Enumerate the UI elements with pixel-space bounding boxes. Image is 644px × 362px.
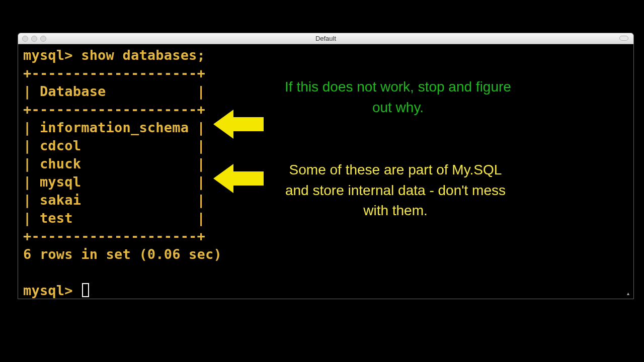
toolbar-pill-icon[interactable] xyxy=(619,36,628,41)
table-header: | Database | xyxy=(23,83,205,99)
table-row: | sakai | xyxy=(23,192,205,208)
terminal-body[interactable]: mysql> show databases; +----------------… xyxy=(18,44,633,299)
annotation-note: Some of these are part of My.SQL and sto… xyxy=(280,160,511,221)
table-row: | test | xyxy=(23,210,205,226)
prompt: mysql> xyxy=(23,283,81,298)
table-row: | mysql | xyxy=(23,174,205,190)
titlebar: Default xyxy=(18,33,633,44)
table-border: +--------------------+ xyxy=(23,228,205,244)
cursor-icon xyxy=(82,283,89,297)
command-text: show databases; xyxy=(81,47,205,63)
window-title: Default xyxy=(18,35,633,42)
table-border: +--------------------+ xyxy=(23,102,205,117)
table-border: +--------------------+ xyxy=(23,65,205,81)
scroll-indicator-icon: ▴ xyxy=(627,291,632,296)
annotation-warning: If this does not work, stop and figure o… xyxy=(282,77,514,118)
table-row: | cdcol | xyxy=(23,138,205,153)
table-row: | information_schema | xyxy=(23,120,205,135)
terminal-window: Default mysql> show databases; +--------… xyxy=(18,33,634,299)
result-text: 6 rows in set (0.06 sec) xyxy=(23,246,222,262)
prompt: mysql> xyxy=(23,47,73,63)
table-row: | chuck | xyxy=(23,156,205,171)
